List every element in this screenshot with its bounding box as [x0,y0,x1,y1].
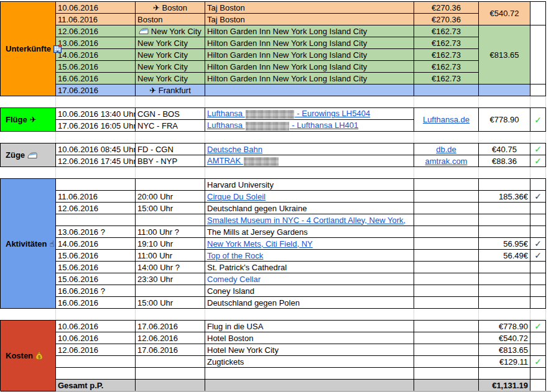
link[interactable]: Top of the Rock [207,251,263,260]
table-cell[interactable]: ✓ [530,238,546,250]
link-cell[interactable]: Lufthansa - Lufthansa LH401 [205,120,414,132]
table-cell[interactable] [530,380,546,391]
table-cell[interactable]: Gesamt p.P. [56,380,136,391]
table-cell[interactable]: 15.06.2016 [56,61,136,73]
table-cell[interactable]: 185.36€ [479,191,530,203]
link-cell[interactable]: AMTRAK [205,155,414,167]
table-cell[interactable]: €129.11 [479,356,530,368]
table-cell[interactable]: 11.06.2016 [56,14,136,25]
table-cell[interactable] [136,285,205,297]
table-cell[interactable]: €162.73 [414,73,479,84]
link-cell[interactable]: Smallest Museum in NYC - 4 Cortlandt All… [205,214,414,226]
table-cell[interactable]: 56.95€ [479,238,530,250]
table-cell[interactable]: 15:00 Uhr [136,297,205,309]
table-cell[interactable]: €162.73 [414,61,479,73]
table-cell[interactable] [205,84,414,96]
link[interactable]: amtrak.com [425,157,468,166]
table-cell[interactable]: 10.06.2016 13:40 Uhr [56,108,136,120]
link[interactable]: Lufthansa - Eurowings LH5404 [207,109,370,119]
table-cell[interactable] [136,368,205,380]
table-cell[interactable] [479,203,530,214]
link-cell[interactable]: Comedy Cellar [205,273,414,285]
table-cell[interactable]: The Mills at Jersey Gardens [205,226,414,238]
table-cell[interactable]: 12.06.2016 [56,344,136,356]
table-cell[interactable] [479,297,530,309]
table-cell[interactable]: 19:10 Uhr [136,238,205,250]
table-cell[interactable] [530,285,546,297]
table-cell[interactable] [479,84,530,96]
table-cell[interactable] [136,380,205,391]
table-cell[interactable]: 17.06.2016 16:05 Uhr [56,120,136,132]
table-cell[interactable]: 12.06.2016 [56,25,136,37]
table-cell[interactable]: NYC - FRA [136,120,205,132]
table-cell[interactable]: €270.36 [414,2,479,14]
table-cell[interactable] [414,179,479,191]
table-cell[interactable]: New York City [136,49,205,61]
section-label-unterkuenfte[interactable]: Unterkünfte [1,2,56,96]
table-cell[interactable]: 12.06.2016 [136,332,205,344]
table-cell[interactable]: 17.06.2016 [136,321,205,332]
table-cell[interactable]: New York City [136,37,205,49]
table-cell[interactable] [414,380,479,391]
table-cell[interactable]: 15:00 Uhr [136,203,205,214]
table-cell[interactable]: ✓ [530,250,546,262]
table-cell[interactable] [56,179,136,191]
table-cell[interactable]: Deutschland gegen Polen [205,297,414,309]
table-cell[interactable]: BBY - NYP [136,155,205,167]
table-cell[interactable] [530,226,546,238]
table-cell[interactable]: 15.06.2016 [56,273,136,285]
table-cell[interactable] [414,191,479,203]
table-cell[interactable] [414,344,479,356]
table-cell[interactable]: €162.73 [414,25,479,37]
table-cell[interactable]: Coney Island [205,285,414,297]
link-cell[interactable]: Lufthansa.de [414,108,479,132]
table-cell[interactable] [530,214,546,226]
table-cell[interactable] [479,214,530,226]
table-cell[interactable]: 16.06.2016 [56,73,136,84]
table-cell[interactable] [530,262,546,273]
table-cell[interactable]: €1,131.19 [479,380,530,391]
table-cell[interactable]: 15.06.2016 [56,262,136,273]
table-cell[interactable]: 10.06.2016 [56,332,136,344]
table-cell[interactable]: ✈ Boston [136,2,205,14]
section-label-fluege[interactable]: Flüge✈ [1,108,56,132]
link-cell[interactable]: New York Mets, Citi Field, NY [205,238,414,250]
table-cell[interactable]: ✓ [530,356,546,368]
table-cell[interactable] [56,356,136,368]
table-cell[interactable]: 14:00 Uhr ? [136,262,205,273]
section-label-aktivitaeten[interactable]: Aktivitäten☝ [1,179,56,309]
table-cell[interactable] [530,368,546,380]
link[interactable]: Lufthansa - Lufthansa LH401 [207,121,358,130]
table-cell[interactable]: Hotel New York City [205,344,414,356]
table-cell[interactable]: €813.65 [479,25,530,84]
table-cell[interactable]: 13.06.2016 [56,37,136,49]
table-cell[interactable]: ✓ [530,191,546,203]
table-cell[interactable]: 17.06.2016 [56,84,136,96]
table-cell[interactable] [479,179,530,191]
table-cell[interactable]: 15.06.2016 [56,250,136,262]
table-cell[interactable] [530,84,546,96]
table-cell[interactable] [479,262,530,273]
table-cell[interactable]: €162.73 [414,49,479,61]
table-cell[interactable]: ✈ Frankfurt [136,84,205,96]
section-label-zuege[interactable]: Züge [1,144,56,167]
table-cell[interactable]: 16.06.2016 ? [56,285,136,297]
table-cell[interactable] [414,250,479,262]
table-cell[interactable] [56,368,136,380]
table-cell[interactable] [136,214,205,226]
table-cell[interactable] [530,344,546,356]
table-cell[interactable]: €778.90 [479,321,530,332]
table-cell[interactable]: ✓ [530,155,546,167]
table-cell[interactable]: €813.65 [479,344,530,356]
table-cell[interactable]: 11:00 Uhr [136,250,205,262]
table-cell[interactable]: €540.72 [479,2,530,25]
link-cell[interactable]: Cirque Du Soleil [205,191,414,203]
table-cell[interactable]: ✓ [530,321,546,332]
link[interactable]: db.de [436,145,456,154]
table-cell[interactable]: Taj Boston [205,2,414,14]
table-cell[interactable] [414,285,479,297]
table-cell[interactable]: ✓ [530,108,546,132]
table-cell[interactable] [205,380,414,391]
table-cell[interactable]: Boston [136,14,205,25]
table-cell[interactable]: Hotel Boston [205,332,414,344]
